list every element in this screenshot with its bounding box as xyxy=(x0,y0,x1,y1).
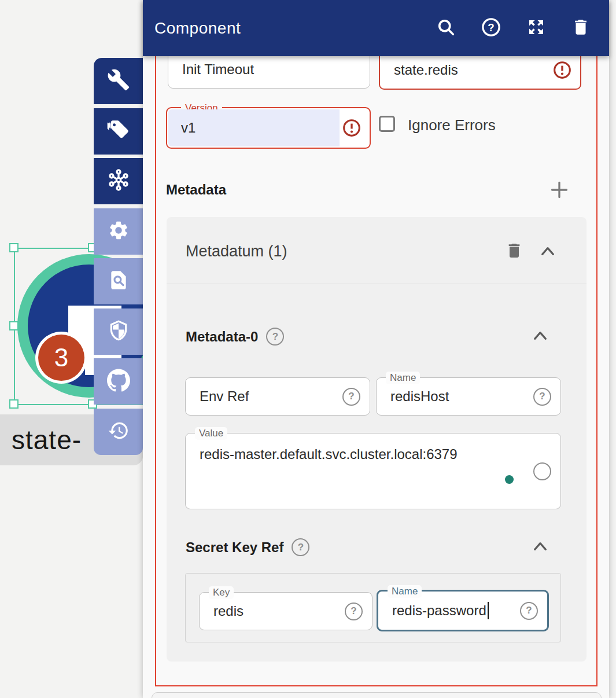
error-icon xyxy=(342,118,362,138)
metadata-heading: Metadata xyxy=(166,182,226,198)
trash-icon[interactable] xyxy=(505,241,523,262)
next-section-card[interactable] xyxy=(152,692,602,698)
tags-button[interactable] xyxy=(94,108,143,155)
help-icon[interactable]: ? xyxy=(345,603,363,620)
plus-icon[interactable] xyxy=(548,178,571,204)
settings-button[interactable] xyxy=(94,208,143,255)
delete-icon[interactable] xyxy=(571,17,591,39)
panel-header: Component ? xyxy=(143,0,609,56)
github-icon xyxy=(107,369,130,394)
inspect-button[interactable] xyxy=(94,258,143,304)
version-field[interactable]: Version v1 xyxy=(166,107,371,149)
secret-name-field[interactable]: Name redis-password ? xyxy=(377,590,549,631)
search-icon[interactable] xyxy=(436,17,456,40)
metadatum-title: Metadatum (1) xyxy=(186,243,287,260)
security-button[interactable] xyxy=(94,308,143,355)
source-button[interactable] xyxy=(94,358,143,405)
history-button[interactable] xyxy=(94,409,143,455)
metadata0-heading: Metadata-0 ? xyxy=(186,328,284,346)
env-ref-field[interactable]: Env Ref ? xyxy=(185,377,370,416)
name-label: Name xyxy=(388,585,422,598)
help-icon[interactable]: ? xyxy=(266,328,284,346)
ignore-errors-checkbox[interactable] xyxy=(379,116,395,132)
chevron-up-icon[interactable] xyxy=(531,539,549,556)
secret-key-ref-group: Key redis ? Name redis-password ? xyxy=(185,573,561,642)
component-panel: Init Timeout state.redis Version v1 Igno… xyxy=(143,0,609,698)
error-icon xyxy=(552,60,572,80)
help-icon[interactable] xyxy=(533,462,551,480)
component-form: Init Timeout state.redis Version v1 Igno… xyxy=(143,0,609,698)
name-label: Name xyxy=(386,372,420,384)
help-icon[interactable]: ? xyxy=(520,602,538,620)
error-count-badge[interactable]: 3 xyxy=(35,332,87,384)
help-icon[interactable]: ? xyxy=(533,388,551,406)
wrench-icon xyxy=(107,68,130,94)
help-icon[interactable]: ? xyxy=(342,388,360,406)
doc-search-icon xyxy=(108,269,130,293)
svg-text:?: ? xyxy=(488,21,494,33)
secret-key-ref-heading: Secret Key Ref ? xyxy=(186,538,309,556)
key-label: Key xyxy=(209,586,234,599)
relationships-button[interactable] xyxy=(94,158,143,204)
chevron-up-icon[interactable] xyxy=(538,244,557,261)
text-cursor xyxy=(488,602,489,619)
resize-handle[interactable] xyxy=(9,243,19,252)
metadata-name-field[interactable]: Name redisHost ? xyxy=(376,377,561,416)
panel-title: Component xyxy=(154,19,241,38)
fullscreen-icon[interactable] xyxy=(526,17,547,40)
key-field[interactable]: Key redis ? xyxy=(199,592,372,630)
ignore-errors-label: Ignore Errors xyxy=(408,116,496,134)
tag-icon xyxy=(107,119,130,144)
configure-button[interactable] xyxy=(94,58,143,104)
value-label: Value xyxy=(195,427,227,440)
metadata-value-field[interactable]: Value redis-master.default.svc.cluster.l… xyxy=(185,433,561,509)
metadatum-card: Metadatum (1) Metadata-0 ? Env Ref xyxy=(167,217,587,662)
gear-icon xyxy=(108,219,130,244)
help-icon[interactable]: ? xyxy=(481,17,501,40)
network-hub-icon xyxy=(106,168,131,194)
history-icon xyxy=(108,420,130,444)
drag-dot[interactable] xyxy=(505,475,514,484)
chevron-up-icon[interactable] xyxy=(531,328,549,346)
help-icon[interactable]: ? xyxy=(292,538,309,556)
shield-icon xyxy=(108,319,130,344)
resize-handle[interactable] xyxy=(9,399,19,409)
